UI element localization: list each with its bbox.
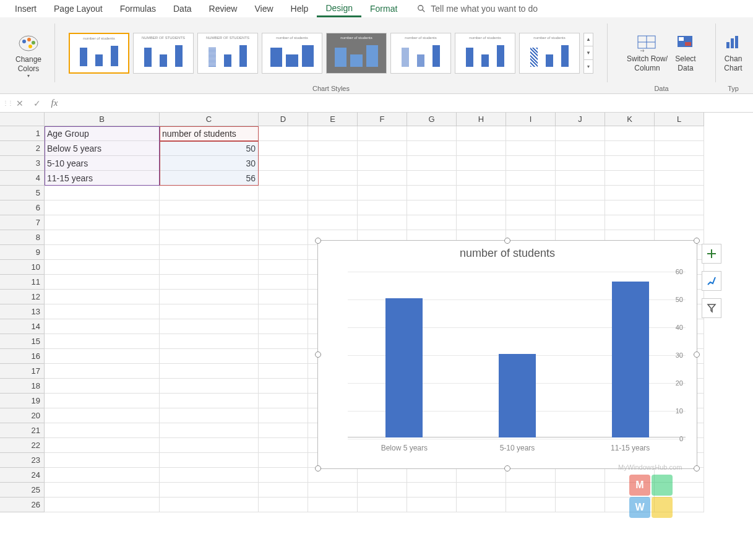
cell[interactable]	[308, 483, 358, 498]
cell[interactable]	[556, 483, 605, 498]
row-header-9[interactable]: 9	[0, 245, 45, 260]
tab-page-layout[interactable]: Page Layout	[45, 1, 111, 16]
cell[interactable]	[556, 126, 605, 141]
cell[interactable]	[457, 200, 506, 215]
chart-handle-br[interactable]	[694, 465, 700, 472]
cell[interactable]	[407, 468, 457, 483]
cell[interactable]: 11-15 years	[45, 171, 160, 186]
cell[interactable]	[160, 245, 259, 260]
cell[interactable]	[407, 498, 457, 512]
change-colors-button[interactable]: Change Colors ▾	[13, 33, 44, 80]
insert-function-button[interactable]: fx	[48, 98, 61, 108]
cell[interactable]	[506, 126, 556, 141]
cell[interactable]	[556, 468, 605, 483]
cell[interactable]	[45, 379, 160, 394]
row-header-13[interactable]: 13	[0, 304, 45, 319]
cell[interactable]	[556, 215, 605, 230]
cell[interactable]	[259, 498, 308, 512]
cell[interactable]	[259, 126, 308, 141]
cell[interactable]	[45, 290, 160, 304]
cell[interactable]	[407, 171, 457, 186]
cell[interactable]	[506, 468, 556, 483]
cell[interactable]	[457, 126, 506, 141]
cell[interactable]	[160, 304, 259, 319]
cell[interactable]	[259, 245, 308, 260]
tab-formulas[interactable]: Formulas	[111, 1, 165, 16]
cell[interactable]	[655, 141, 704, 156]
cell[interactable]	[45, 186, 160, 200]
formula-input[interactable]	[66, 98, 753, 108]
col-header-I[interactable]: I	[506, 113, 556, 126]
cell[interactable]	[259, 230, 308, 245]
cell[interactable]	[457, 468, 506, 483]
cell[interactable]	[655, 171, 704, 186]
gallery-scroll-down[interactable]: ▼	[584, 46, 593, 60]
cell[interactable]	[605, 126, 655, 141]
cell[interactable]	[259, 364, 308, 379]
cell[interactable]	[655, 126, 704, 141]
cell[interactable]	[457, 171, 506, 186]
row-header-22[interactable]: 22	[0, 438, 45, 453]
cell[interactable]	[160, 319, 259, 334]
gallery-more-button[interactable]: ▾	[584, 60, 593, 73]
cell[interactable]	[605, 215, 655, 230]
enter-formula-button[interactable]: ✓	[31, 98, 43, 108]
cell[interactable]	[655, 200, 704, 215]
cell[interactable]	[259, 438, 308, 453]
col-header-L[interactable]: L	[655, 113, 704, 126]
cell[interactable]	[259, 319, 308, 334]
tab-insert[interactable]: Insert	[6, 1, 45, 16]
chart-bar[interactable]	[385, 298, 423, 437]
cell[interactable]	[259, 200, 308, 215]
cell[interactable]	[358, 200, 407, 215]
chart-style-8[interactable]: number of students	[519, 33, 580, 74]
cell[interactable]	[308, 186, 358, 200]
cell[interactable]	[259, 304, 308, 319]
cell[interactable]	[407, 156, 457, 171]
tab-view[interactable]: View	[246, 1, 282, 16]
row-header-1[interactable]: 1	[0, 126, 45, 141]
tab-help[interactable]: Help	[282, 1, 317, 16]
cell[interactable]	[259, 423, 308, 438]
cell[interactable]	[358, 186, 407, 200]
cell[interactable]	[556, 200, 605, 215]
cell[interactable]	[259, 379, 308, 394]
cell[interactable]	[45, 319, 160, 334]
cell[interactable]	[407, 483, 457, 498]
chart-style-5[interactable]: number of students	[326, 33, 387, 74]
row-header-6[interactable]: 6	[0, 200, 45, 215]
embedded-chart[interactable]: number of students 0102030405060Below 5 …	[317, 240, 697, 469]
cell[interactable]: 56	[160, 171, 259, 186]
cell[interactable]	[259, 453, 308, 468]
cell[interactable]	[259, 156, 308, 171]
row-header-5[interactable]: 5	[0, 186, 45, 200]
row-header-8[interactable]: 8	[0, 230, 45, 245]
cell[interactable]	[506, 215, 556, 230]
cell[interactable]	[45, 260, 160, 275]
row-header-17[interactable]: 17	[0, 364, 45, 379]
row-header-19[interactable]: 19	[0, 394, 45, 408]
cell[interactable]	[259, 141, 308, 156]
chart-bar[interactable]	[612, 282, 649, 437]
cell[interactable]	[45, 438, 160, 453]
cell[interactable]	[259, 186, 308, 200]
cell[interactable]	[457, 186, 506, 200]
cell[interactable]	[259, 290, 308, 304]
cell[interactable]	[457, 483, 506, 498]
cell[interactable]	[259, 171, 308, 186]
cell[interactable]	[358, 171, 407, 186]
cell[interactable]: 50	[160, 141, 259, 156]
cell[interactable]	[259, 349, 308, 364]
cell[interactable]	[358, 156, 407, 171]
select-data-button[interactable]: Select Data	[673, 32, 699, 74]
tab-format[interactable]: Format	[361, 1, 406, 16]
row-header-11[interactable]: 11	[0, 275, 45, 290]
cell[interactable]	[160, 215, 259, 230]
cell[interactable]	[556, 141, 605, 156]
row-header-25[interactable]: 25	[0, 483, 45, 498]
cell[interactable]	[45, 304, 160, 319]
row-header-10[interactable]: 10	[0, 260, 45, 275]
cell[interactable]	[407, 215, 457, 230]
formula-bar-grip[interactable]: ⋮⋮	[2, 100, 9, 106]
cell[interactable]	[45, 245, 160, 260]
